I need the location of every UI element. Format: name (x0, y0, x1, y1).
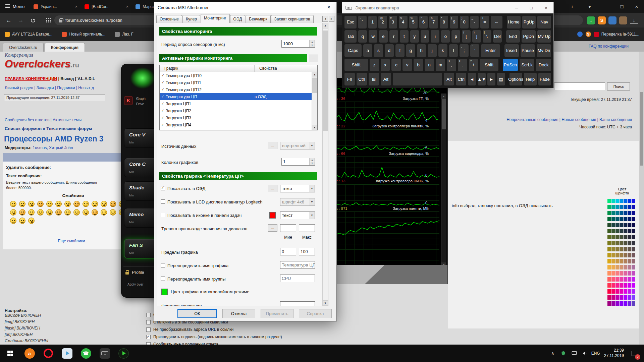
palette-color-swatch[interactable] (624, 301, 627, 306)
palette-color-swatch[interactable] (632, 241, 635, 245)
dialog-tab-захват-скриншотов[interactable]: Захват скриншотов (271, 15, 314, 23)
ok-button[interactable]: ОК (177, 309, 217, 318)
key-fn[interactable]: Fn (344, 73, 355, 85)
key-x[interactable]: x (381, 59, 390, 71)
palette-color-swatch[interactable] (624, 289, 627, 294)
user-links[interactable]: Личный раздел | Закладки | Подписки | Но… (5, 85, 94, 90)
search-button[interactable]: Поиск (607, 82, 630, 90)
graphs-more-button[interactable]: ... (309, 55, 318, 62)
key-space[interactable] (393, 73, 442, 85)
palette-color-swatch[interactable] (628, 229, 631, 233)
key-j[interactable]: j (428, 44, 437, 57)
smiley-icon[interactable] (83, 209, 89, 216)
extension-icon-orange[interactable]: S (598, 16, 606, 24)
key-del[interactable]: Del (493, 30, 502, 43)
graph-list-row[interactable]: ✓Температура ЦПв ОЭД (160, 93, 312, 100)
key-enter[interactable]: Enter (481, 44, 500, 57)
scroll-up-icon[interactable]: ▲ (312, 72, 317, 77)
palette-color-swatch[interactable] (611, 199, 615, 203)
key-n[interactable]: n (425, 59, 434, 71)
palette-color-swatch[interactable] (615, 271, 619, 276)
graph-list-row[interactable]: ✓Температура ЦП11 (160, 79, 312, 86)
smiley-icon[interactable] (46, 201, 53, 207)
graph-list-row[interactable]: ✓Загрузка ЦП3 (160, 114, 312, 121)
key-mv-dn[interactable]: Mv Dn (537, 44, 551, 57)
smiley-icon[interactable] (28, 209, 35, 216)
taskbar-app-amigo[interactable]: a (20, 345, 39, 362)
option-checkbox[interactable] (146, 327, 151, 332)
key-z[interactable]: z (370, 59, 379, 71)
palette-color-swatch[interactable] (620, 289, 623, 294)
message-links[interactable]: Непрочитанные сообщения | Новые сообщени… (506, 117, 632, 122)
page-scrollbar[interactable] (639, 52, 644, 345)
override-graph-name-checkbox[interactable] (161, 263, 165, 267)
palette-color-swatch[interactable] (624, 229, 627, 233)
smiley-icon[interactable] (101, 201, 107, 207)
list-scrollbar-thumb[interactable] (312, 78, 317, 93)
palette-color-swatch[interactable] (611, 277, 615, 282)
key-esc[interactable]: Esc (344, 16, 357, 28)
smiley-icon[interactable] (46, 209, 53, 216)
palette-color-swatch[interactable] (620, 211, 623, 215)
palette-color-swatch[interactable] (615, 253, 619, 257)
language-indicator[interactable]: ENG (591, 345, 601, 362)
window-minimize-button[interactable]: ─ (600, 0, 614, 13)
new-tab-button[interactable]: + (565, 0, 580, 13)
taskbar-app-messenger[interactable] (58, 345, 76, 362)
palette-color-swatch[interactable] (607, 295, 611, 300)
dialog-scrollbar-thumb[interactable] (323, 31, 328, 131)
palette-color-swatch[interactable] (611, 283, 615, 288)
volume-icon[interactable] (580, 345, 590, 362)
key-0[interactable]: )0 (460, 16, 468, 28)
palette-color-swatch[interactable] (632, 235, 635, 239)
palette-color-swatch[interactable] (628, 217, 631, 221)
key-l[interactable]: l (449, 44, 458, 57)
key-space[interactable]: <, (447, 59, 456, 71)
scroll-up-icon[interactable]: ▲ (323, 23, 328, 28)
alarm-min-input[interactable] (280, 224, 296, 232)
smiley-icon[interactable] (28, 201, 35, 207)
palette-color-swatch[interactable] (628, 211, 631, 215)
page-scrollbar-thumb[interactable] (640, 92, 643, 166)
palette-color-swatch[interactable] (632, 223, 635, 227)
show-in-tray-checkbox[interactable] (161, 213, 165, 217)
smiley-icon[interactable] (19, 201, 25, 207)
unanswered-links[interactable]: Сообщения без ответов | Активные темы (5, 118, 82, 122)
clock[interactable]: 21:39 27.11.2019 (601, 348, 627, 358)
taskbar-app-whatsapp[interactable]: ☎ (76, 345, 95, 362)
smiley-icon[interactable] (55, 209, 62, 216)
palette-color-swatch[interactable] (607, 241, 611, 245)
graph-list-row[interactable]: ✓Загрузка ЦП5 (160, 128, 312, 130)
palette-color-swatch[interactable] (611, 229, 615, 233)
key-ctrl[interactable]: Ctrl (456, 73, 466, 85)
smiley-icon[interactable] (28, 218, 35, 224)
palette-color-swatch[interactable] (628, 223, 631, 227)
key-space[interactable]: {[ (462, 30, 471, 43)
key-v[interactable]: v (402, 59, 412, 71)
palette-color-swatch[interactable] (624, 217, 627, 221)
column-graph[interactable]: График (160, 65, 255, 72)
key-8[interactable]: *8 (440, 16, 448, 28)
alarm-max-input[interactable] (299, 224, 315, 232)
palette-color-swatch[interactable] (615, 205, 619, 209)
palette-color-swatch[interactable] (632, 217, 635, 221)
spin-up-icon[interactable]: ▲ (310, 40, 315, 44)
key-alt[interactable]: Alt (444, 73, 454, 85)
smiley-icon[interactable] (92, 209, 98, 216)
show-in-osd-checkbox[interactable] (161, 186, 165, 190)
option-checkbox[interactable] (146, 313, 151, 317)
key-space[interactable]: }] (472, 30, 481, 43)
palette-color-swatch[interactable] (632, 211, 635, 215)
key-m[interactable]: m (436, 59, 445, 71)
downloads-icon[interactable]: ↓ (630, 17, 638, 24)
key-space[interactable]: ~` (358, 16, 367, 28)
dialog-tab-мониторинг[interactable]: Мониторинг (201, 14, 230, 23)
palette-color-swatch[interactable] (632, 277, 635, 282)
palette-color-swatch[interactable] (624, 253, 627, 257)
palette-color-swatch[interactable] (607, 223, 611, 227)
key-shift[interactable]: Shift (344, 59, 368, 71)
palette-color-swatch[interactable] (628, 271, 631, 276)
tray-expand-icon[interactable]: ∧ (548, 345, 558, 362)
palette-color-swatch[interactable] (624, 199, 627, 203)
graph-list-row[interactable]: ✓Температура ЦП12 (160, 86, 312, 93)
